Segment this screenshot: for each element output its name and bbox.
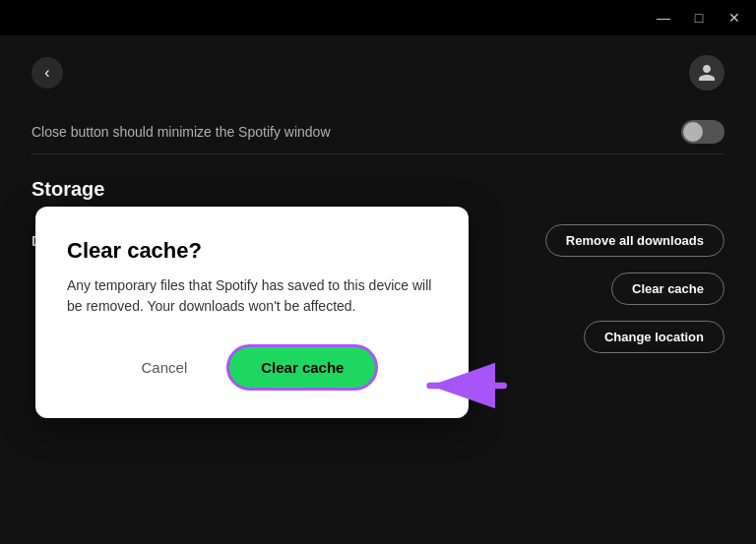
top-row: ‹ (0, 35, 756, 110)
maximize-button[interactable]: □ (689, 8, 709, 28)
dialog-actions: Cancel Clear cache (67, 344, 437, 391)
back-button[interactable]: ‹ (32, 57, 63, 89)
cancel-button[interactable]: Cancel (126, 349, 204, 386)
toggle-thumb (683, 122, 703, 142)
avatar[interactable] (689, 55, 724, 91)
close-minimize-row: Close button should minimize the Spotify… (32, 110, 724, 154)
arrow-indicator (413, 356, 512, 419)
clear-cache-dialog: Clear cache? Any temporary files that Sp… (35, 207, 469, 418)
title-bar: — □ ✕ (0, 0, 756, 35)
title-bar-controls: — □ ✕ (654, 8, 744, 28)
minimize-button[interactable]: — (654, 8, 673, 28)
confirm-clear-cache-button[interactable]: Clear cache (226, 344, 378, 391)
change-location-button[interactable]: Change location (584, 321, 724, 353)
storage-section-title: Storage (32, 178, 724, 201)
close-minimize-toggle[interactable] (681, 120, 724, 144)
clear-cache-button[interactable]: Clear cache (611, 272, 724, 305)
remove-all-downloads-button[interactable]: Remove all downloads (545, 224, 724, 257)
close-button[interactable]: ✕ (724, 8, 744, 28)
dialog-title: Clear cache? (67, 238, 437, 264)
close-minimize-label: Close button should minimize the Spotify… (32, 124, 331, 140)
dialog-body: Any temporary files that Spotify has sav… (67, 275, 437, 317)
